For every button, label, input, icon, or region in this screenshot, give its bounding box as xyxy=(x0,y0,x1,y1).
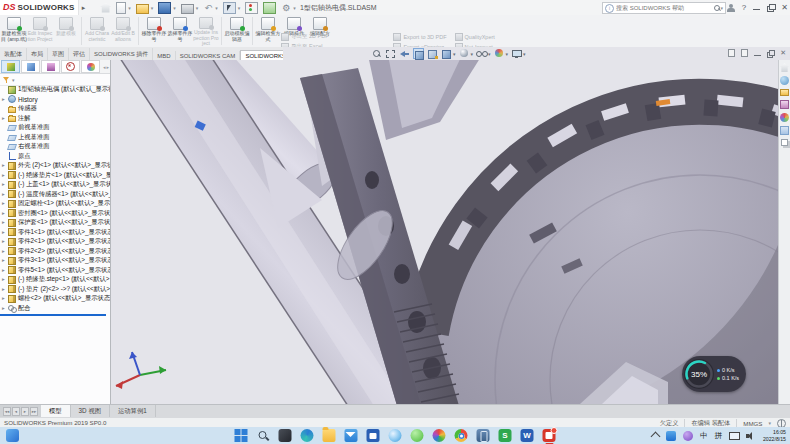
appearances-scenes-icon[interactable] xyxy=(780,113,789,122)
file-properties-icon[interactable] xyxy=(263,2,276,14)
tree-item-component[interactable]: ▸零件5<1> (默认<<默认>_显示状态 xyxy=(0,266,110,276)
tree-item-component[interactable]: ▸(-) 绝缘垫片<1> (默认<<默认>_显示 xyxy=(0,171,110,181)
performance-gauge-overlay[interactable]: 35% 0 K/s 0.1 K/s xyxy=(682,356,746,392)
search-scope-icon[interactable]: i xyxy=(605,4,614,13)
tree-item-component[interactable]: ▸零件3<1> (默认<<默认>_显示状态 xyxy=(0,256,110,266)
options-caret-icon[interactable]: ▾ xyxy=(293,5,296,11)
view-palette-icon[interactable] xyxy=(780,100,789,109)
wps-sheet-icon[interactable]: S xyxy=(499,429,512,442)
edit-inspection-method-button[interactable]: 编辑检查方式 xyxy=(255,16,281,47)
onedrive-icon[interactable] xyxy=(666,431,676,441)
3d-viewport[interactable] xyxy=(110,60,778,404)
view-settings-icon[interactable] xyxy=(511,48,522,59)
taskbar-search-icon[interactable] xyxy=(257,429,270,442)
tree-item-component[interactable]: ▸保护套<1> (默认<<默认>_显示状 xyxy=(0,218,110,228)
tab-evaluate[interactable]: 评估 xyxy=(69,48,90,60)
options-gear-icon[interactable]: ⚙ xyxy=(281,3,291,13)
help-button[interactable]: ? xyxy=(742,3,746,12)
hide-show-caret-icon[interactable]: ▾ xyxy=(488,51,491,57)
phone-link-icon[interactable] xyxy=(477,429,490,442)
login-user-icon[interactable] xyxy=(727,4,735,12)
save-icon[interactable] xyxy=(158,2,171,14)
zoom-to-fit-icon[interactable] xyxy=(371,48,382,59)
tab-scroll-left-icon[interactable]: ◂ xyxy=(103,64,106,70)
propertymanager-tab[interactable] xyxy=(21,60,40,73)
previous-view-icon[interactable] xyxy=(399,48,410,59)
doc-restore-button[interactable] xyxy=(767,50,774,57)
search-icon[interactable] xyxy=(714,5,721,12)
doc-minimize-button[interactable] xyxy=(754,50,761,57)
tree-item-component[interactable]: ▸螺栓<2> (默认<<默认>_显示状态 xyxy=(0,294,110,304)
volume-icon[interactable] xyxy=(746,431,756,441)
tree-item-component[interactable]: ▸(-) 上盖<1> (默认<<默认>_显示状 xyxy=(0,180,110,190)
home-icon[interactable] xyxy=(100,3,111,13)
filter-caret-icon[interactable]: ▾ xyxy=(12,77,15,83)
tab-solidworks-cam[interactable]: SOLIDWORKS CAM xyxy=(176,51,241,60)
tab-layout[interactable]: 布局 xyxy=(27,48,48,60)
chrome-icon[interactable] xyxy=(455,429,468,442)
new-inspection-project-button[interactable]: 新建检查项目 (amp.纸) xyxy=(1,16,27,47)
tray-chevron-up-icon[interactable] xyxy=(650,432,660,442)
menu-expand-arrow-icon[interactable]: ▸ xyxy=(79,4,89,12)
tree-item-mates[interactable]: ▸配合 xyxy=(0,304,110,314)
appearance-caret-icon[interactable]: ▾ xyxy=(506,51,509,57)
ime-language-indicator[interactable]: 中 xyxy=(700,431,708,441)
tree-item-front-plane[interactable]: 前视基准面 xyxy=(0,123,110,133)
tree-item-origin[interactable]: 原点 xyxy=(0,152,110,162)
view-orientation-icon[interactable] xyxy=(441,48,452,59)
tab-scroll-right-icon[interactable]: ▸ xyxy=(106,64,109,70)
scroll-right-icon[interactable]: ▸ xyxy=(21,407,29,416)
scroll-last-icon[interactable]: ▸▸ xyxy=(30,407,38,416)
display-style-icon[interactable] xyxy=(459,48,470,59)
new-caret-icon[interactable]: ▾ xyxy=(128,5,131,11)
filter-funnel-icon[interactable] xyxy=(3,76,10,83)
tree-item-component[interactable]: ▸(-) 绝缘垫.step<1> (默认<<默认> xyxy=(0,275,110,285)
close-button[interactable]: ✕ xyxy=(781,3,788,12)
tree-item-component[interactable]: ▸密封圈<1> (默认<<默认>_显示状 xyxy=(0,209,110,219)
open-icon[interactable] xyxy=(136,4,149,14)
word-icon[interactable]: W xyxy=(521,429,534,442)
edge-browser-icon[interactable] xyxy=(301,429,314,442)
doc-close-button[interactable]: ✕ xyxy=(780,49,786,57)
zoom-to-area-icon[interactable] xyxy=(385,48,396,59)
new-document-icon[interactable] xyxy=(116,2,126,14)
dynamic-annotation-view-icon[interactable] xyxy=(427,48,438,59)
design-library-icon[interactable] xyxy=(780,89,789,96)
edit-appearance-icon[interactable] xyxy=(494,48,505,59)
view-orientation-caret-icon[interactable]: ▾ xyxy=(453,51,456,57)
cascade-window-icon[interactable] xyxy=(741,49,748,57)
configurationmanager-tab[interactable] xyxy=(41,60,60,73)
bing-copilot-icon[interactable] xyxy=(389,429,402,442)
copy-settings-icon[interactable] xyxy=(781,139,788,146)
tree-item-history[interactable]: ▸History xyxy=(0,95,110,105)
hide-show-items-icon[interactable] xyxy=(476,48,487,59)
select-caret-icon[interactable]: ▾ xyxy=(238,5,241,11)
help-search-box[interactable]: i ▾ xyxy=(602,2,726,14)
dimxpertmanager-tab[interactable] xyxy=(61,60,80,73)
launch-template-editor-button[interactable]: 启动模板编辑器 xyxy=(224,16,250,47)
tree-item-component[interactable]: ▸(-) 温度传感器<1> (默认<<默认>_ xyxy=(0,190,110,200)
tab-assembly[interactable]: 装配体 xyxy=(0,48,27,60)
display-tray-icon[interactable] xyxy=(729,431,739,441)
tree-root-assembly[interactable]: 1型铝轴热电偶 (默认<默认_显示状态-1 xyxy=(0,85,110,95)
search-input[interactable] xyxy=(616,5,712,11)
custom-properties-icon[interactable] xyxy=(780,126,789,135)
select-balloons-button[interactable]: 选择零件序号 xyxy=(167,16,193,47)
microsoft-store-icon[interactable] xyxy=(367,429,380,442)
tree-item-top-plane[interactable]: 上视基准面 xyxy=(0,133,110,143)
task-view-icon[interactable] xyxy=(279,429,292,442)
tab-addins[interactable]: SOLIDWORKS 插件 xyxy=(90,48,153,60)
web-resources-icon[interactable] xyxy=(780,76,789,85)
tree-item-right-plane[interactable]: 右视基准面 xyxy=(0,142,110,152)
scroll-first-icon[interactable]: ◂◂ xyxy=(3,407,11,416)
start-button[interactable] xyxy=(235,429,248,442)
displaymanager-tab[interactable] xyxy=(81,60,100,73)
undo-caret-icon[interactable]: ▾ xyxy=(215,5,218,11)
wps-office-icon[interactable] xyxy=(543,429,556,442)
resources-home-icon[interactable] xyxy=(780,63,789,72)
save-caret-icon[interactable]: ▾ xyxy=(173,5,176,11)
minimize-button[interactable] xyxy=(753,4,760,11)
display-style-caret-icon[interactable]: ▾ xyxy=(471,51,474,57)
tab-mbd[interactable]: MBD xyxy=(153,51,175,60)
view-settings-caret-icon[interactable]: ▾ xyxy=(523,51,526,57)
